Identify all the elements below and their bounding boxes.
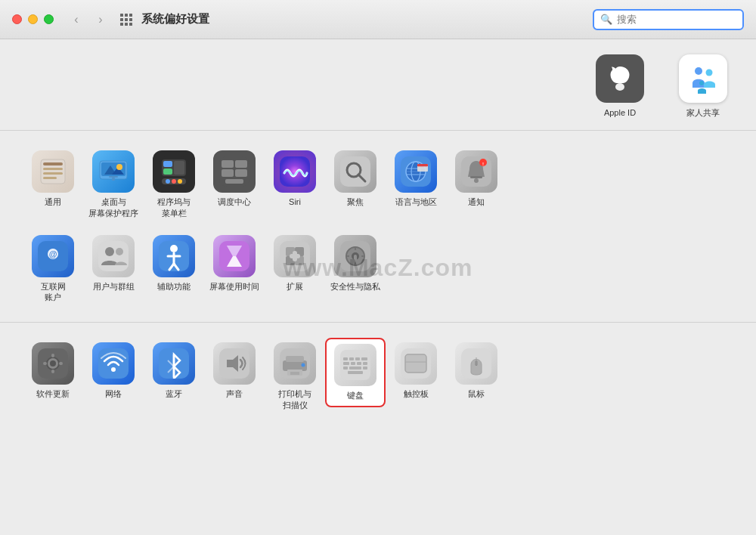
svg-rect-18 — [163, 161, 172, 167]
svg-rect-95 — [343, 357, 348, 360]
users-icon — [92, 235, 135, 277]
svg-rect-69 — [355, 262, 356, 264]
svg-rect-5 — [43, 162, 63, 165]
grid-icon[interactable] — [120, 14, 132, 26]
svg-point-55 — [170, 245, 178, 252]
svg-text:@: @ — [49, 249, 57, 258]
pref-mouse[interactable]: 鼠标 — [446, 338, 507, 404]
pref-software[interactable]: 软件更新 — [23, 338, 83, 404]
svg-point-22 — [166, 179, 170, 184]
keyboard-label: 键盘 — [347, 390, 364, 400]
pref-bluetooth[interactable]: 蓝牙 — [144, 338, 204, 404]
software-label: 软件更新 — [36, 388, 70, 399]
pref-mission[interactable]: 调度中心 — [204, 146, 265, 212]
pref-trackpad[interactable]: 触控板 — [386, 338, 446, 404]
bluetooth-icon — [153, 342, 195, 385]
search-bar[interactable]: 🔍 — [593, 9, 744, 30]
general-icon — [32, 150, 74, 193]
svg-point-53 — [116, 248, 123, 255]
svg-rect-89 — [286, 356, 304, 362]
svg-rect-77 — [43, 362, 47, 365]
network-label: 网络 — [105, 388, 122, 399]
minimize-button[interactable] — [28, 14, 38, 24]
svg-rect-51 — [98, 241, 129, 271]
pref-notifications[interactable]: ! 通知 — [446, 146, 507, 212]
family-label: 家人共享 — [686, 107, 720, 118]
pref-network[interactable]: 网络 — [83, 338, 144, 404]
screentime-label: 屏幕使用时间 — [209, 281, 259, 292]
extensions-label: 扩展 — [287, 281, 303, 292]
pref-sound[interactable]: 声音 — [204, 338, 265, 404]
nav-arrows: ‹ › — [66, 9, 111, 30]
svg-rect-19 — [163, 169, 172, 175]
forward-button[interactable]: › — [90, 9, 111, 30]
svg-point-24 — [178, 179, 182, 184]
apple-id-item[interactable]: Apple ID — [590, 54, 650, 118]
pref-accessibility[interactable]: 辅助功能 — [144, 230, 204, 296]
svg-point-2 — [706, 70, 713, 76]
pref-screentime[interactable]: 屏幕使用时间 — [204, 230, 265, 296]
pref-dock[interactable]: 程序坞与菜单栏 — [144, 146, 204, 223]
top-section: Apple ID 家人共享 — [0, 39, 756, 131]
pref-keyboard[interactable]: 键盘 — [325, 338, 386, 407]
notifications-icon: ! — [455, 150, 497, 193]
svg-point-80 — [111, 367, 116, 372]
pref-siri[interactable]: Siri — [265, 146, 325, 212]
svg-point-23 — [172, 179, 176, 184]
desktop-label: 桌面与屏幕保护程序 — [88, 196, 138, 218]
dock-label: 程序坞与菜单栏 — [157, 196, 191, 218]
svg-rect-14 — [109, 176, 118, 178]
svg-rect-29 — [235, 169, 247, 177]
svg-rect-30 — [225, 179, 243, 184]
pref-internet[interactable]: @ 互联网账户 — [23, 230, 83, 308]
pref-extensions[interactable]: 扩展 — [265, 230, 325, 296]
svg-rect-27 — [235, 160, 247, 168]
search-input[interactable] — [617, 14, 736, 25]
pref-security[interactable]: 安全性与隐私 — [325, 230, 386, 296]
svg-rect-28 — [222, 169, 234, 177]
maximize-button[interactable] — [44, 14, 54, 24]
general-label: 通用 — [45, 196, 61, 207]
svg-rect-104 — [349, 366, 361, 370]
pref-spotlight[interactable]: 聚焦 — [325, 146, 386, 212]
close-button[interactable] — [12, 14, 22, 24]
apple-id-icon — [596, 54, 644, 103]
svg-rect-105 — [363, 366, 367, 370]
svg-rect-102 — [363, 362, 367, 365]
pref-language[interactable]: 语言与地区 — [386, 146, 446, 212]
screentime-icon — [213, 235, 256, 277]
svg-rect-99 — [343, 362, 349, 365]
printer-icon — [274, 342, 316, 385]
back-button[interactable]: ‹ — [66, 9, 87, 30]
internet-label: 互联网账户 — [41, 281, 66, 303]
svg-rect-8 — [43, 177, 57, 179]
top-icons: Apple ID 家人共享 — [590, 54, 733, 118]
middle-section: 通用 桌面与屏幕保护程序 — [0, 131, 756, 323]
pref-desktop[interactable]: 桌面与屏幕保护程序 — [83, 146, 144, 223]
svg-rect-76 — [51, 370, 54, 373]
mission-icon — [213, 150, 256, 193]
svg-rect-96 — [349, 357, 354, 360]
family-item[interactable]: 家人共享 — [673, 54, 733, 118]
svg-rect-63 — [290, 254, 300, 258]
apple-id-label: Apple ID — [604, 107, 636, 118]
main-content: Apple ID 家人共享 — [0, 39, 756, 535]
pref-printer[interactable]: 打印机与扫描仪 — [265, 338, 325, 415]
notifications-label: 通知 — [468, 196, 485, 207]
accessibility-label: 辅助功能 — [157, 281, 191, 292]
spotlight-icon — [334, 150, 376, 193]
language-label: 语言与地区 — [395, 196, 437, 207]
svg-rect-101 — [357, 362, 361, 365]
svg-point-0 — [615, 83, 624, 91]
pref-users[interactable]: 用户与群组 — [83, 230, 144, 296]
pref-general[interactable]: 通用 — [23, 146, 83, 212]
svg-rect-78 — [59, 362, 63, 365]
svg-point-1 — [695, 67, 702, 75]
extensions-icon — [274, 235, 316, 277]
users-label: 用户与群组 — [93, 281, 135, 292]
family-icon — [679, 54, 727, 103]
svg-rect-42 — [417, 164, 428, 166]
internet-icon: @ — [32, 235, 74, 277]
bluetooth-label: 蓝牙 — [166, 388, 182, 399]
svg-rect-103 — [343, 366, 348, 370]
